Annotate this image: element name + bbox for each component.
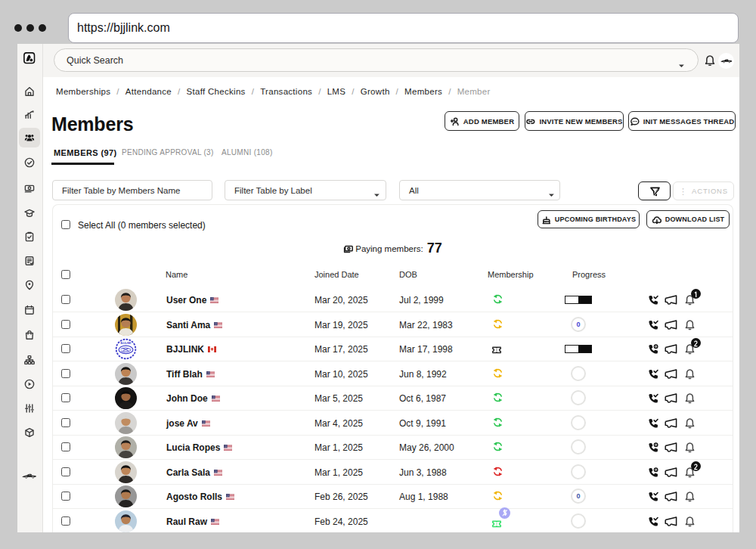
svg-text:BJJLINK: BJJLINK xyxy=(120,342,132,345)
